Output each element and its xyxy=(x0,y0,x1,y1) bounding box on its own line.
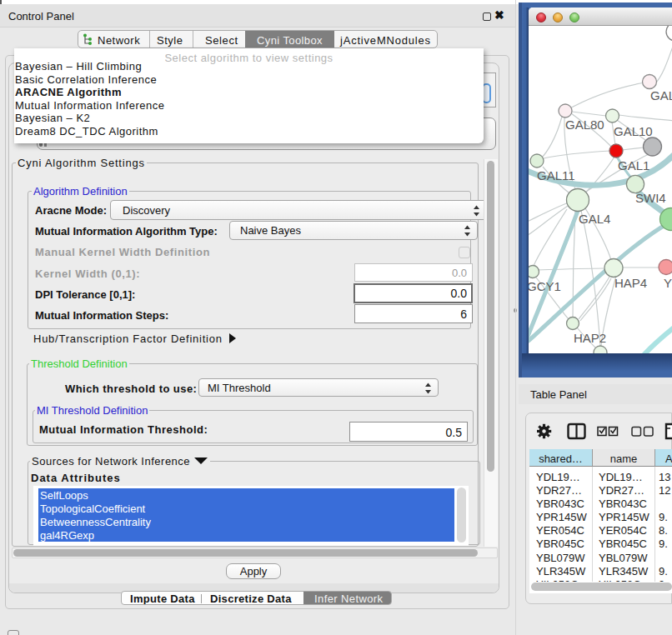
svg-text:Y: Y xyxy=(664,276,672,290)
svg-text:GCY1: GCY1 xyxy=(529,279,561,293)
svg-text:GAL10: GAL10 xyxy=(614,124,653,138)
svg-text:GAL80: GAL80 xyxy=(565,118,604,132)
svg-text:GAL1: GAL1 xyxy=(618,158,649,172)
svg-text:HAP4: HAP4 xyxy=(614,276,647,290)
svg-text:HAP2: HAP2 xyxy=(574,331,606,345)
svg-text:GAL4: GAL4 xyxy=(579,212,610,226)
svg-text:SWI4: SWI4 xyxy=(635,191,666,205)
svg-text:GAL11: GAL11 xyxy=(537,168,575,182)
svg-text:GAL: GAL xyxy=(650,88,672,102)
